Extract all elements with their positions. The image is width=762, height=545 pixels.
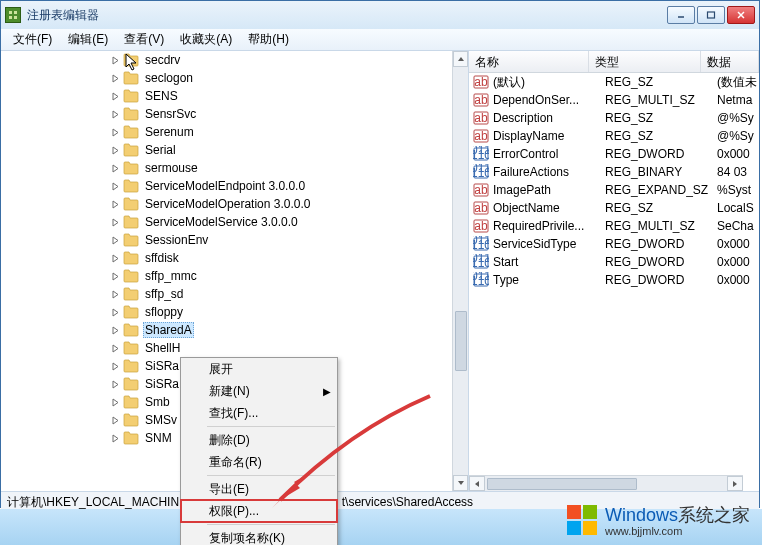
list-row[interactable]: abRequiredPrivile...REG_MULTI_SZSeCha [469, 217, 759, 235]
folder-icon [123, 143, 139, 157]
tree-vertical-scrollbar[interactable] [452, 51, 468, 491]
scroll-up-arrow-icon[interactable] [453, 51, 468, 67]
tree-item[interactable]: SharedA [1, 321, 452, 339]
expand-icon[interactable] [109, 324, 121, 336]
tree-item[interactable]: sffp_sd [1, 285, 452, 303]
list-row[interactable]: ab(默认)REG_SZ(数值未 [469, 73, 759, 91]
scroll-thumb[interactable] [487, 478, 637, 490]
values-pane: 名称 类型 数据 ab(默认)REG_SZ(数值未abDependOnSer..… [469, 51, 759, 491]
tree-item[interactable]: sffdisk [1, 249, 452, 267]
tree-item[interactable]: ServiceModelService 3.0.0.0 [1, 213, 452, 231]
column-name[interactable]: 名称 [469, 51, 589, 72]
list-row[interactable]: 011110ErrorControlREG_DWORD0x000 [469, 145, 759, 163]
value-type: REG_MULTI_SZ [605, 93, 717, 107]
maximize-button[interactable] [697, 6, 725, 24]
close-button[interactable] [727, 6, 755, 24]
list-row[interactable]: abImagePathREG_EXPAND_SZ%Syst [469, 181, 759, 199]
titlebar[interactable]: 注册表编辑器 [1, 1, 759, 29]
expand-icon[interactable] [109, 180, 121, 192]
menu-edit[interactable]: 编辑(E) [60, 29, 116, 50]
list-row[interactable]: abDescriptionREG_SZ@%Sy [469, 109, 759, 127]
expand-icon[interactable] [109, 342, 121, 354]
expand-icon[interactable] [109, 54, 121, 66]
list-row[interactable]: 011110TypeREG_DWORD0x000 [469, 271, 759, 289]
expand-icon[interactable] [109, 378, 121, 390]
tree-item[interactable]: SENS [1, 87, 452, 105]
expand-icon[interactable] [109, 72, 121, 84]
column-data[interactable]: 数据 [701, 51, 759, 72]
svg-text:ab: ab [474, 75, 488, 89]
list-row[interactable]: 011110FailureActionsREG_BINARY84 03 [469, 163, 759, 181]
tree-label: sffp_sd [143, 287, 185, 301]
ctx-copy-key-name[interactable]: 复制项名称(K) [181, 527, 337, 545]
list-row[interactable]: abDependOnSer...REG_MULTI_SZNetma [469, 91, 759, 109]
folder-icon [123, 71, 139, 85]
expand-icon[interactable] [109, 360, 121, 372]
tree-item[interactable]: sffp_mmc [1, 267, 452, 285]
menu-file[interactable]: 文件(F) [5, 29, 60, 50]
menu-favorites[interactable]: 收藏夹(A) [172, 29, 240, 50]
expand-icon[interactable] [109, 252, 121, 264]
expand-icon[interactable] [109, 90, 121, 102]
binary-value-icon: 011110 [473, 254, 489, 270]
list-row[interactable]: abObjectNameREG_SZLocalS [469, 199, 759, 217]
ctx-expand[interactable]: 展开 [181, 358, 337, 380]
tree-item[interactable]: ServiceModelOperation 3.0.0.0 [1, 195, 452, 213]
svg-rect-40 [583, 521, 597, 535]
scroll-down-arrow-icon[interactable] [453, 475, 468, 491]
expand-icon[interactable] [109, 144, 121, 156]
tree-item[interactable]: Serial [1, 141, 452, 159]
minimize-button[interactable] [667, 6, 695, 24]
svg-rect-5 [708, 12, 715, 18]
expand-icon[interactable] [109, 396, 121, 408]
list-horizontal-scrollbar[interactable] [469, 475, 743, 491]
regedit-icon [5, 7, 21, 23]
expand-icon[interactable] [109, 234, 121, 246]
column-type[interactable]: 类型 [589, 51, 701, 72]
tree-label: SiSRa [143, 377, 181, 391]
expand-icon[interactable] [109, 432, 121, 444]
menu-view[interactable]: 查看(V) [116, 29, 172, 50]
list-row[interactable]: 011110StartREG_DWORD0x000 [469, 253, 759, 271]
expand-icon[interactable] [109, 306, 121, 318]
menu-help[interactable]: 帮助(H) [240, 29, 297, 50]
svg-text:ab: ab [474, 129, 488, 143]
svg-rect-0 [9, 11, 12, 14]
tree-item[interactable]: ShellH [1, 339, 452, 357]
ctx-rename[interactable]: 重命名(R) [181, 451, 337, 473]
scroll-right-arrow-icon[interactable] [727, 476, 743, 491]
tree-item[interactable]: seclogon [1, 69, 452, 87]
tree-label: sfloppy [143, 305, 185, 319]
ctx-permissions[interactable]: 权限(P)... [181, 500, 337, 522]
tree-item[interactable]: sermouse [1, 159, 452, 177]
expand-icon[interactable] [109, 216, 121, 228]
list-row[interactable]: 011110ServiceSidTypeREG_DWORD0x000 [469, 235, 759, 253]
scroll-thumb[interactable] [455, 311, 467, 371]
expand-icon[interactable] [109, 162, 121, 174]
folder-icon [123, 287, 139, 301]
expand-icon[interactable] [109, 414, 121, 426]
folder-icon [123, 305, 139, 319]
tree-item[interactable]: secdrv [1, 51, 452, 69]
ctx-export[interactable]: 导出(E) [181, 478, 337, 500]
tree-item[interactable]: SensrSvc [1, 105, 452, 123]
ctx-find[interactable]: 查找(F)... [181, 402, 337, 424]
client-area: secdrvseclogonSENSSensrSvcSerenumSerials… [1, 51, 759, 491]
tree-item[interactable]: ServiceModelEndpoint 3.0.0.0 [1, 177, 452, 195]
expand-icon[interactable] [109, 270, 121, 282]
scroll-left-arrow-icon[interactable] [469, 476, 485, 491]
expand-icon[interactable] [109, 126, 121, 138]
ctx-new[interactable]: 新建(N)▶ [181, 380, 337, 402]
string-value-icon: ab [473, 182, 489, 198]
folder-icon [123, 197, 139, 211]
binary-value-icon: 011110 [473, 272, 489, 288]
expand-icon[interactable] [109, 288, 121, 300]
expand-icon[interactable] [109, 198, 121, 210]
tree-item[interactable]: sfloppy [1, 303, 452, 321]
tree-item[interactable]: SessionEnv [1, 231, 452, 249]
tree-item[interactable]: Serenum [1, 123, 452, 141]
expand-icon[interactable] [109, 108, 121, 120]
list-row[interactable]: abDisplayNameREG_SZ@%Sy [469, 127, 759, 145]
ctx-delete[interactable]: 删除(D) [181, 429, 337, 451]
tree-label: Serenum [143, 125, 196, 139]
